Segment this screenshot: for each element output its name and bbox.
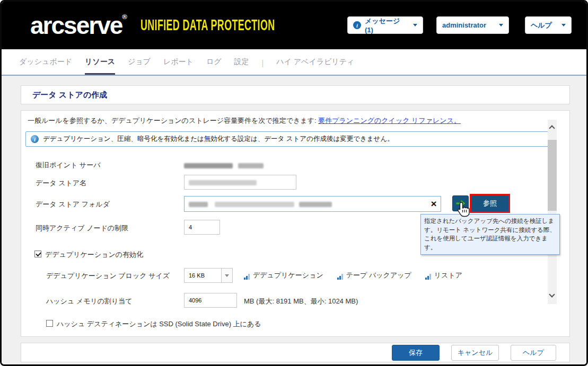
chevron-down-icon [225,274,229,277]
block-size-select[interactable]: 16 KB [184,268,233,283]
chevron-down-icon [413,24,417,26]
user-menu-button[interactable]: administrator [436,16,509,34]
planning-reference-link[interactable]: 要件プランニングのクイック リファレンス。 [318,117,461,124]
meter-deduplication: デデュプリケーション [244,271,323,280]
ssd-checkbox[interactable] [46,320,53,327]
hash-memory-hint: MB (最大: 8191 MB、最小: 1024 MB) [244,297,358,306]
user-menu-label: administrator [442,21,486,29]
notice-banner: i デデュプリケーション、圧縮、暗号化を有効化または無効化する設定は、データ ス… [25,131,550,147]
select-dropdown-button[interactable] [221,269,232,282]
redacted-value [299,202,332,207]
page-title: データ ストアの作成 [32,90,107,100]
clear-folder-icon[interactable]: × [428,199,439,209]
data-store-name-label: データ ストア名 [36,178,86,188]
meter-tape-backup: テープ バックアップ [337,271,411,280]
scrollbar-thumb[interactable] [548,140,557,211]
dedupe-enable-checkbox[interactable] [34,251,41,257]
page-title-panel: データ ストアの作成 [21,85,570,104]
data-store-name-input[interactable] [184,175,296,190]
messages-button[interactable]: i メッセージ (1) [347,16,423,34]
tab-jobs[interactable]: ジョブ [128,49,151,75]
browse-button[interactable]: 参照 [470,194,510,213]
redacted-value [189,180,257,185]
cancel-button[interactable]: キャンセル [451,345,499,361]
dedupe-enable-label: デデュプリケーションの有効化 [45,250,143,260]
data-store-form-panel: 一般ルールを参照するか、デデュプリケーションのストレージ容量要件を次で推定できま… [21,110,570,337]
meter-restore: リストア [425,271,462,280]
bar-meter-icon [337,274,343,280]
redacted-value [189,202,208,207]
scroll-up-icon[interactable] [549,125,555,131]
block-size-meters: デデュプリケーション テープ バックアップ リストア [244,268,462,283]
data-store-folder-input[interactable] [184,196,441,212]
save-button[interactable]: 保存 [392,345,440,361]
scroll-down-icon[interactable] [549,291,555,297]
tab-log[interactable]: ログ [206,49,222,75]
block-size-label: デデュプリケーション ブロック サイズ [46,271,170,281]
tab-resources[interactable]: リソース [85,49,115,75]
app-header: arcserve® UNIFIED DATA PROTECTION i メッセー… [2,2,586,49]
vertical-scrollbar[interactable] [548,120,557,304]
help-menu-label: ヘルプ [531,21,552,30]
help-menu-button[interactable]: ヘルプ [525,16,572,34]
mouse-cursor-hand [457,201,470,219]
messages-button-label: メッセージ (1) [365,16,409,34]
concurrent-nodes-label: 同時アクティブ ノードの制限 [36,224,128,233]
app-window: arcserve® UNIFIED DATA PROTECTION i メッセー… [0,0,588,366]
data-store-folder-label: データ ストア フォルダ [36,200,110,209]
tab-high-availability[interactable]: ハイ アベイラビリティ [276,49,354,75]
intro-text: 一般ルールを参照するか、デデュプリケーションのストレージ容量要件を次で推定できま… [28,116,461,126]
info-icon: i [353,21,361,29]
bar-meter-icon [244,274,250,280]
hash-memory-label: ハッシュ メモリの割り当て [46,297,133,306]
redacted-value [215,202,294,207]
chevron-down-icon [499,24,503,26]
concurrent-nodes-input[interactable] [184,220,220,235]
tab-dashboard[interactable]: ダッシュボード [19,49,72,75]
content-area: データ ストアの作成 一般ルールを参照するか、デデュプリケーションのストレージ容… [2,76,586,364]
hash-memory-input[interactable] [184,293,237,308]
help-button[interactable]: ヘルプ [511,345,556,361]
ssd-checkbox-label: ハッシュ デスティネーションは SSD (Solid State Drive) … [57,319,261,329]
chevron-down-icon [561,24,566,26]
arcserve-logo: arcserve® [30,11,127,40]
tab-reports[interactable]: レポート [163,49,194,75]
recovery-point-server-label: 復旧ポイント サーバ [36,160,100,170]
notice-text: デデュプリケーション、圧縮、暗号化を有効化または無効化する設定は、データ ストア… [43,135,394,144]
bar-meter-icon [425,274,431,280]
nav-separator: | [262,49,264,75]
tab-settings[interactable]: 設定 [234,49,249,75]
action-bar: 保存 キャンセル ヘルプ [21,343,570,362]
recovery-point-server-value redacted-value [184,161,264,171]
trademark-symbol: ® [122,13,127,21]
product-name: UNIFIED DATA PROTECTION [141,16,275,34]
verify-button-tooltip: 指定されたバックアップ先への接続を検証します。リモート ネットワーク共有に接続す… [420,214,560,255]
info-icon: i [31,135,39,143]
block-size-value: 16 KB [185,269,221,282]
main-navigation: ダッシュボード リソース ジョブ レポート ログ 設定 | ハイ アベイラビリテ… [2,49,586,75]
